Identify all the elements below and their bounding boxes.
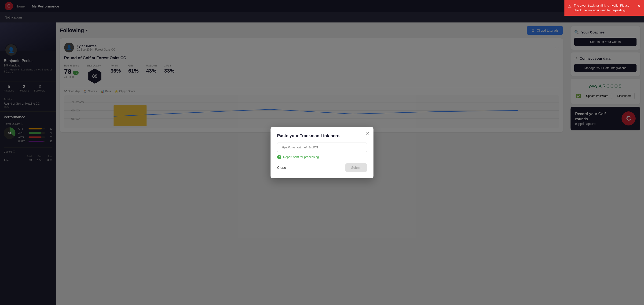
error-toast: ⚠ The given trackman link is invalid. Pl… [564,0,644,16]
modal-close-icon-button[interactable]: ✕ [366,130,370,136]
trackman-link-input[interactable] [277,142,367,152]
modal-close-button[interactable]: Close [277,166,286,170]
toast-message: The given trackman link is invalid. Plea… [574,3,635,12]
modal-success-message: ✓ Report sent for processing [277,155,367,159]
modal-title: Paste your Trackman Link here. [277,134,367,138]
modal-overlay: Paste your Trackman Link here. ✕ ✓ Repor… [0,0,644,305]
toast-warning-icon: ⚠ [568,4,572,9]
modal-actions: Close Submit [277,164,367,172]
success-check-icon: ✓ [277,155,281,159]
toast-close-icon[interactable]: ✕ [637,3,640,9]
success-text: Report sent for processing [283,155,319,159]
modal-dialog: Paste your Trackman Link here. ✕ ✓ Repor… [270,127,374,178]
modal-submit-button[interactable]: Submit [346,164,367,172]
